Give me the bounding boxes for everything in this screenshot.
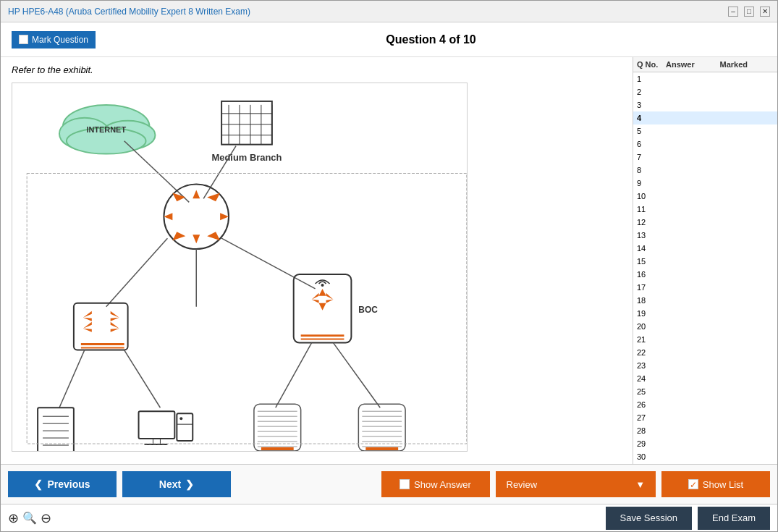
sidebar-row[interactable]: 5: [633, 124, 777, 138]
svg-rect-88: [27, 174, 467, 444]
svg-marker-31: [83, 318, 92, 321]
previous-button[interactable]: ❮ Previous: [8, 471, 117, 497]
row-number: 19: [637, 309, 666, 318]
zoom-bar: ⊕ 🔍 ⊖ Save Session End Exam: [1, 504, 777, 531]
sidebar-row[interactable]: 22: [633, 346, 777, 359]
sidebar-row[interactable]: 21: [633, 333, 777, 346]
col-marked-header: Marked: [720, 60, 774, 69]
question-title: Question 4 of 10: [96, 33, 766, 46]
sidebar-row[interactable]: 28: [633, 424, 777, 437]
row-number: 23: [637, 361, 666, 370]
minimize-button[interactable]: –: [728, 7, 738, 17]
sidebar-row[interactable]: 4: [633, 111, 777, 124]
svg-marker-57: [312, 300, 319, 303]
bottom-right-buttons: Save Session End Exam: [606, 507, 770, 530]
row-number: 21: [637, 335, 666, 344]
save-session-button[interactable]: Save Session: [606, 507, 693, 530]
row-number: 17: [637, 283, 666, 292]
sidebar-row[interactable]: 23: [633, 359, 777, 372]
next-chevron-icon: ❯: [185, 478, 194, 490]
row-number: 2: [637, 88, 666, 96]
sidebar-list[interactable]: 1 2 3 4 5 6 7 8: [633, 72, 777, 464]
end-exam-button[interactable]: End Exam: [698, 507, 770, 530]
svg-text:Medium Branch: Medium Branch: [211, 152, 282, 163]
sidebar-row[interactable]: 30: [633, 450, 777, 463]
sidebar-row[interactable]: 7: [633, 151, 777, 164]
sidebar-row[interactable]: 1: [633, 72, 777, 85]
sidebar-row[interactable]: 26: [633, 398, 777, 411]
sidebar-row[interactable]: 18: [633, 294, 777, 307]
sidebar-row[interactable]: 10: [633, 190, 777, 203]
row-number: 4: [637, 114, 666, 122]
svg-marker-19: [193, 235, 200, 243]
review-button[interactable]: Review ▼: [496, 471, 656, 497]
svg-line-28: [221, 238, 315, 289]
network-diagram: INTERNET Medium Branch: [12, 83, 468, 452]
content-area: Refer to the exhibit. INTERNET: [1, 57, 633, 464]
sidebar-row[interactable]: 25: [633, 385, 777, 398]
sidebar-row[interactable]: 14: [633, 242, 777, 255]
show-list-button[interactable]: ✓ Show List: [661, 471, 770, 497]
sidebar-row[interactable]: 3: [633, 98, 777, 111]
show-list-checkbox: ✓: [688, 479, 698, 489]
app-window: HP HPE6-A48 (Aruba Certified Mobility Ex…: [0, 0, 778, 532]
row-number: 30: [637, 452, 666, 461]
zoom-controls: ⊕ 🔍 ⊖: [8, 510, 51, 526]
sidebar-row[interactable]: 16: [633, 268, 777, 281]
svg-point-52: [179, 417, 182, 420]
header: Mark Question Question 4 of 10: [1, 22, 777, 57]
next-button[interactable]: Next ❯: [122, 471, 231, 497]
row-number: 5: [637, 127, 666, 135]
sidebar-row[interactable]: 15: [633, 255, 777, 268]
sidebar-row[interactable]: 12: [633, 216, 777, 229]
zoom-in-button[interactable]: ⊕: [8, 510, 19, 526]
sidebar-row[interactable]: 9: [633, 177, 777, 190]
sidebar-row[interactable]: 6: [633, 138, 777, 151]
svg-marker-22: [172, 193, 185, 201]
col-answer-header: Answer: [666, 60, 720, 69]
sidebar-row[interactable]: 17: [633, 281, 777, 294]
sidebar-row[interactable]: 8: [633, 164, 777, 177]
svg-marker-35: [83, 329, 92, 332]
svg-line-41: [124, 350, 161, 408]
zoom-out-button[interactable]: ⊖: [41, 510, 51, 526]
sidebar-row[interactable]: 27: [633, 411, 777, 424]
show-answer-checkbox: [399, 479, 410, 489]
svg-marker-34: [83, 322, 92, 329]
svg-rect-48: [139, 411, 175, 439]
medium-branch: Medium Branch: [211, 101, 282, 163]
row-number: 15: [637, 257, 666, 266]
boc-device: [294, 274, 352, 343]
sidebar-row[interactable]: 29: [633, 437, 777, 450]
sidebar-row[interactable]: 19: [633, 307, 777, 320]
row-number: 8: [637, 166, 666, 174]
show-list-label: Show List: [703, 479, 743, 490]
row-number: 18: [637, 296, 666, 305]
review-label: Review: [507, 479, 538, 490]
internet-cloud: INTERNET: [59, 105, 155, 154]
svg-rect-5: [221, 101, 272, 145]
row-number: 9: [637, 179, 666, 187]
sidebar-row[interactable]: 24: [633, 372, 777, 385]
maximize-button[interactable]: □: [744, 7, 754, 17]
svg-line-40: [59, 350, 85, 408]
sidebar-row[interactable]: 2: [633, 85, 777, 98]
zoom-default-button[interactable]: 🔍: [22, 511, 37, 525]
sidebar-header: Q No. Answer Marked: [633, 57, 777, 72]
sidebar-row[interactable]: 13: [633, 229, 777, 242]
row-number: 16: [637, 270, 666, 279]
row-number: 12: [637, 218, 666, 227]
row-number: 1: [637, 75, 666, 83]
row-number: 27: [637, 413, 666, 422]
close-button[interactable]: ✕: [760, 7, 770, 17]
left-switch: [74, 303, 128, 350]
sidebar-row[interactable]: 20: [633, 320, 777, 333]
sidebar-row[interactable]: 11: [633, 203, 777, 216]
svg-marker-21: [220, 213, 229, 220]
row-number: 3: [637, 101, 666, 109]
show-answer-button[interactable]: Show Answer: [381, 471, 490, 497]
svg-text:INTERNET: INTERNET: [86, 125, 126, 134]
mark-question-button[interactable]: Mark Question: [12, 31, 96, 48]
svg-marker-23: [207, 193, 220, 201]
row-number: 26: [637, 400, 666, 409]
